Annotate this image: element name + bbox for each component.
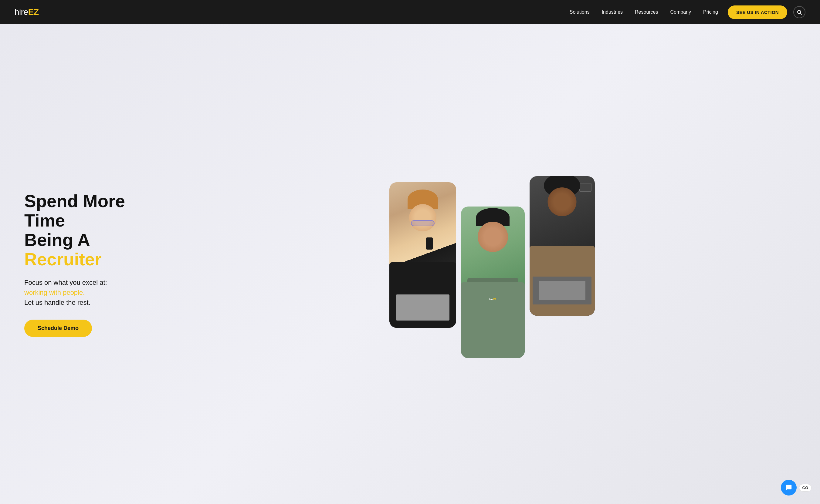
hero-image-2: hireEZ (461, 207, 525, 358)
photo-body-2 (461, 282, 525, 358)
hero-subtext-plain1: Focus on what you excel at: (24, 279, 107, 286)
navbar: hire EZ Solutions Industries Resources C… (0, 0, 820, 24)
nav-item-company[interactable]: Company (671, 9, 691, 15)
hero-images: hireEZ (170, 170, 796, 358)
hero-heading-line1: Spend More Time (24, 191, 125, 230)
logo[interactable]: hire EZ (15, 7, 39, 17)
photo-face-2 (478, 222, 508, 252)
hero-subtext: Focus on what you excel at: working with… (24, 277, 170, 307)
nav-item-solutions[interactable]: Solutions (570, 9, 590, 15)
chat-widget: CO (781, 480, 812, 496)
nav-link-solutions[interactable]: Solutions (570, 9, 590, 15)
hero-section: Spend More Time Being A Recruiter Focus … (0, 24, 820, 504)
nav-item-resources[interactable]: Resources (635, 9, 658, 15)
bg-frame-1 (579, 183, 591, 192)
person-photo-3 (529, 176, 595, 316)
hero-content: Spend More Time Being A Recruiter Focus … (24, 191, 170, 337)
svg-line-1 (800, 13, 802, 14)
phone (426, 237, 433, 250)
logo-ez-text: EZ (28, 7, 39, 17)
hero-subtext-plain2: Let us handle the rest. (24, 299, 90, 306)
glasses (411, 220, 435, 226)
photo-laptop-1 (396, 294, 449, 321)
nav-link-company[interactable]: Company (671, 9, 691, 15)
shirt-logo: hireEZ (489, 298, 496, 301)
hero-image-3 (529, 176, 595, 316)
chat-brand-label: CO (799, 484, 812, 492)
nav-links: Solutions Industries Resources Company P… (570, 9, 718, 15)
schedule-demo-button[interactable]: Schedule Demo (24, 320, 92, 337)
photo-face-3 (548, 187, 576, 216)
chat-open-button[interactable] (781, 480, 797, 496)
person-photo-2: hireEZ (461, 207, 525, 358)
hero-heading-line2-plain: Being A (24, 230, 89, 250)
photo-laptop-3 (533, 277, 591, 304)
search-icon[interactable] (793, 6, 805, 18)
nav-cta-button[interactable]: SEE US IN ACTION (728, 5, 787, 19)
hero-heading: Spend More Time Being A Recruiter (24, 191, 170, 269)
nav-link-pricing[interactable]: Pricing (703, 9, 718, 15)
hero-image-1 (389, 182, 456, 328)
nav-item-industries[interactable]: Industries (602, 9, 623, 15)
hero-subtext-accent: working with people. (24, 289, 85, 296)
hero-heading-accent: Recruiter (24, 249, 102, 269)
nav-item-pricing[interactable]: Pricing (703, 9, 718, 15)
person-photo-1 (389, 182, 456, 328)
nav-link-industries[interactable]: Industries (602, 9, 623, 15)
photo-face-1 (409, 204, 436, 231)
logo-hire-text: hire (15, 7, 28, 17)
nav-link-resources[interactable]: Resources (635, 9, 658, 15)
